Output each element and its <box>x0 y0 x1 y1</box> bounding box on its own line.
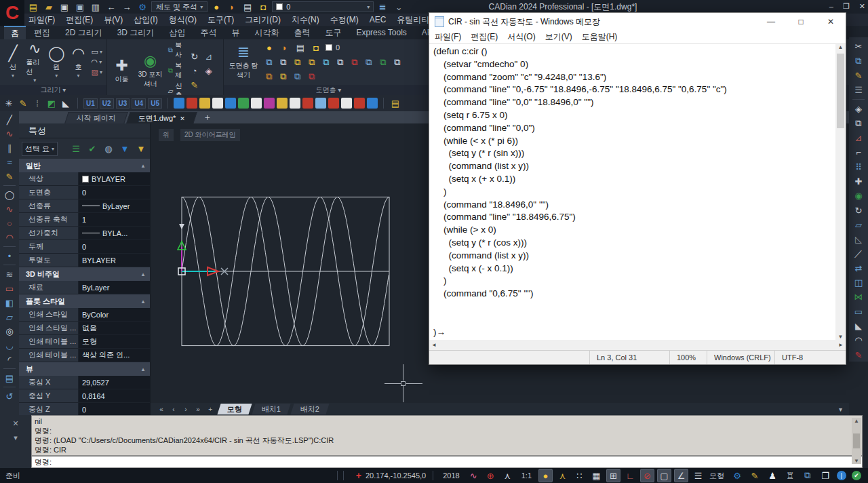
notepad-horizontal-scrollbar[interactable]: ◄► <box>429 340 846 350</box>
layer-on-bulb-icon[interactable]: ● <box>210 1 222 13</box>
rb-layer-freeze-icon[interactable]: ◗ <box>279 41 291 54</box>
layout-tab-모형[interactable]: 모형 <box>217 404 252 414</box>
utility-icon-3[interactable] <box>212 98 223 109</box>
polyline-tool[interactable]: ∿폴리선▾ <box>26 41 43 83</box>
layer-tool-icon-2[interactable]: ⧉ <box>292 56 304 69</box>
open-folder-icon[interactable]: ▰ <box>43 1 55 13</box>
trusted-check-icon[interactable]: ✔ <box>852 471 861 480</box>
angle-snap-icon[interactable]: ∠ <box>674 469 688 482</box>
image-icon[interactable]: ▤ <box>2 371 17 385</box>
windows-icon[interactable]: ❐ <box>819 469 831 482</box>
copy-clip-icon[interactable]: ⧉ <box>851 54 866 67</box>
lwt-bulb-icon[interactable]: ● <box>538 469 553 482</box>
notepad-title-bar[interactable]: CIR - sin 곡선 자동작도 - Windows 메모장 —□✕ <box>429 13 846 31</box>
copy-icon[interactable]: ⧉ <box>851 117 866 130</box>
layout-tab-배치2[interactable]: 배치2 <box>291 404 330 414</box>
info-circle-icon[interactable]: | <box>837 471 846 480</box>
multiline-icon[interactable]: ≋ <box>2 267 17 281</box>
scale-icon[interactable]: ◺ <box>851 233 866 246</box>
menu-item-10[interactable]: 유틸리티 <box>397 14 429 26</box>
rb-layer-plot-icon[interactable]: ▤ <box>294 41 307 54</box>
np-menu-1[interactable]: 편집(E) <box>471 31 498 43</box>
command-scrollbar[interactable]: ▲▼ <box>852 418 861 464</box>
property-value[interactable]: ByLayer <box>79 199 150 212</box>
rotate-icon[interactable]: ↻ <box>851 204 866 216</box>
menu-item-6[interactable]: 그리기(D) <box>245 14 281 26</box>
utility-icon-14[interactable] <box>354 98 365 109</box>
layer-tool-icon-8[interactable]: ⧉ <box>377 56 389 69</box>
ribbon-tab-홈[interactable]: 홈 <box>4 26 26 39</box>
menu-item-9[interactable]: AEC <box>370 15 387 24</box>
grid-dots-icon[interactable]: ∷ <box>572 469 587 482</box>
property-value[interactable]: 없음 <box>79 322 150 334</box>
redo-icon[interactable]: → <box>121 1 133 13</box>
section-header-0[interactable]: 일반▴ <box>19 159 150 172</box>
leader-icon[interactable]: ◜ <box>2 353 17 366</box>
user-macro-U3[interactable]: U3 <box>116 98 130 109</box>
match-properties-tool-icon[interactable]: ✎ <box>189 79 201 91</box>
fillet-tool-icon[interactable]: ◔ <box>189 64 201 77</box>
ribbon-tab-Express Tools[interactable]: Express Tools <box>349 26 413 39</box>
revision-cloud-tool-icon[interactable]: ◠▾ <box>92 58 102 66</box>
point-icon[interactable]: • <box>2 249 17 263</box>
ellipse-icon[interactable]: ○ <box>2 216 17 230</box>
property-value[interactable]: 0 <box>79 240 150 253</box>
layout-tab-배치1[interactable]: 배치1 <box>252 404 290 414</box>
ribbon-tab-3D 그리기[interactable]: 3D 그리기 <box>111 26 161 39</box>
3d-positioner-icon[interactable]: ◉ <box>851 189 866 202</box>
medal-icon[interactable]: ♖ <box>784 469 796 482</box>
close-tab-icon[interactable]: ✕ <box>180 115 186 121</box>
layer-explorer-button[interactable]: ≣도면층 탐색기 <box>228 44 259 80</box>
code-text[interactable]: (defun c:cir () (setvar "cmdecho" 0) (co… <box>429 44 835 340</box>
layer-tool-icon-3[interactable]: ⧉ <box>306 56 318 69</box>
property-value[interactable]: 29,0527 <box>79 376 150 389</box>
close-command-icon[interactable]: ✕ <box>12 419 18 428</box>
3d-positioner-tool[interactable]: ◉3D 포지셔너 <box>136 53 164 89</box>
rb-layer-lock-icon[interactable]: ◘ <box>310 41 322 54</box>
utility-icon-10[interactable] <box>302 98 313 109</box>
ribbon-tab-뷰[interactable]: 뷰 <box>224 26 246 39</box>
undo-icon[interactable]: ← <box>105 1 117 13</box>
divide-icon[interactable]: ⁞ <box>31 97 43 109</box>
cut-icon[interactable]: ✂ <box>851 40 866 53</box>
extend-icon[interactable]: ⇄ <box>851 262 866 275</box>
save-icon[interactable]: ▣ <box>58 1 71 13</box>
layer-tool-icon-9[interactable]: ⧉ <box>391 56 403 69</box>
lineweight-icon[interactable]: ☰ <box>691 469 705 482</box>
break-icon[interactable]: ◫ <box>851 276 866 289</box>
trim-icon[interactable]: ／ <box>851 247 866 260</box>
array-icon[interactable]: ⠿ <box>851 160 866 173</box>
ribbon-tab-삽입[interactable]: 삽입 <box>162 26 192 39</box>
layer-states-icon[interactable]: ≣ <box>376 1 389 13</box>
chamfer-icon[interactable]: ◣ <box>851 320 866 332</box>
group-icon[interactable]: ◩ <box>45 97 58 109</box>
select-globe-icon[interactable]: ◍ <box>102 142 115 155</box>
select-icon[interactable]: ◣ <box>60 97 72 109</box>
layer-tool-icon-12[interactable]: ⧉ <box>292 71 304 83</box>
construction-line-icon[interactable]: ∥ <box>2 141 17 155</box>
erase-tool-icon[interactable]: ◈ <box>203 64 215 77</box>
collaborate-icon[interactable]: ♟ <box>766 469 778 482</box>
grid-icon[interactable]: ▦ <box>589 469 604 482</box>
match-properties-icon[interactable]: ✎ <box>851 349 866 362</box>
notes-icon[interactable]: ▤ <box>389 97 401 109</box>
dynamic-input-icon[interactable]: ⊞ <box>606 469 620 482</box>
filter-icon[interactable]: ▼ <box>119 142 131 155</box>
np-menu-4[interactable]: 도움말(H) <box>582 31 618 43</box>
arc-tool[interactable]: ◠호▾ <box>69 45 87 79</box>
spline-icon[interactable]: ≈ <box>2 155 17 169</box>
visual-style-badge[interactable]: 2D 와이어프레임 <box>180 129 240 141</box>
restore-button[interactable]: ❐ <box>843 2 850 11</box>
print-icon[interactable]: ▥ <box>90 1 102 13</box>
circle-tool[interactable]: ◯원▾ <box>47 45 65 79</box>
tab-start-page[interactable]: 시작 페이지 <box>64 112 128 123</box>
erase-icon[interactable]: ◈ <box>851 102 866 115</box>
workspace-dropdown[interactable]: 제도 및 주석▾ <box>151 1 208 12</box>
line-icon[interactable]: ╱ <box>2 113 17 126</box>
join-icon[interactable]: ⋈ <box>851 290 866 303</box>
user-macro-U2[interactable]: U2 <box>100 98 114 109</box>
layout-nav-0[interactable]: « <box>156 406 167 413</box>
property-value[interactable]: 0 <box>79 403 150 415</box>
utility-icon-6[interactable] <box>251 98 262 109</box>
funnel-icon[interactable]: ▼ <box>135 142 147 155</box>
